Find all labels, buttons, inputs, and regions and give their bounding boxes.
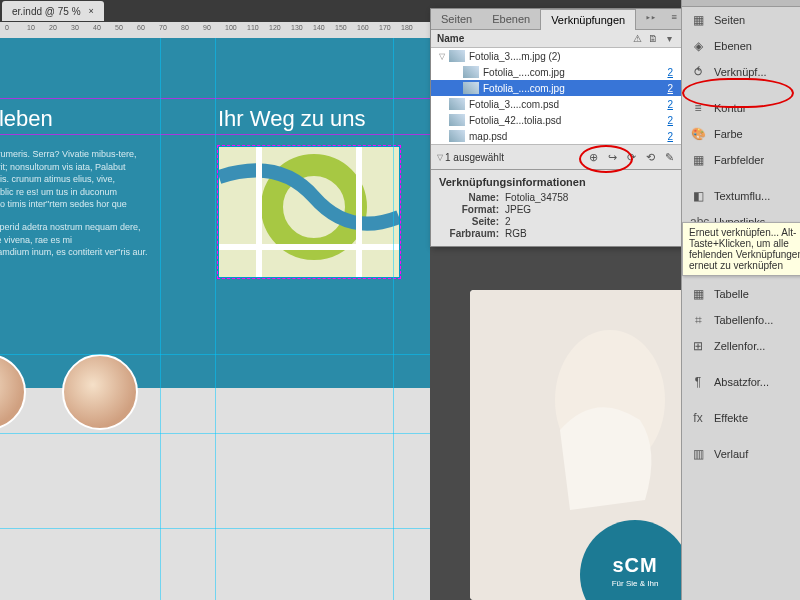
update-link-button[interactable]: ⟳ bbox=[623, 149, 639, 165]
edit-original-button[interactable]: ✎ bbox=[661, 149, 677, 165]
tab-links[interactable]: Verknüpfungen bbox=[540, 9, 636, 30]
link-info-title: Verknüpfungsinformationen bbox=[439, 176, 675, 188]
disclosure-icon[interactable]: ▽ bbox=[437, 153, 443, 162]
link-info-section: Verknüpfungsinformationen Name:Fotolia_3… bbox=[431, 169, 683, 246]
links-row[interactable]: map.psd2 bbox=[431, 128, 683, 144]
dock-item-swatch[interactable]: ▦Farbfelder bbox=[682, 147, 800, 173]
link-thumbnail-icon bbox=[463, 66, 479, 78]
pages-icon: ▦ bbox=[690, 13, 706, 27]
links-row[interactable]: Fotolia_3....com.psd2 bbox=[431, 96, 683, 112]
dock-item-table[interactable]: ▦Tabelle bbox=[682, 281, 800, 307]
dock-item-layers[interactable]: ◈Ebenen bbox=[682, 33, 800, 59]
dock-item-color[interactable]: 🎨Farbe bbox=[682, 121, 800, 147]
link-info-row: Farbraum:RGB bbox=[439, 228, 675, 239]
grad-icon: ▥ bbox=[690, 447, 706, 461]
panel-tab-bar: Seiten Ebenen Verknüpfungen ▸▸ ≡ bbox=[431, 9, 683, 30]
document-tab-label: er.indd @ 75 % bbox=[12, 6, 81, 17]
link-thumbnail-icon bbox=[449, 50, 465, 62]
app-root: er.indd @ 75 % × 0 10 20 30 40 50 60 70 … bbox=[0, 0, 800, 600]
dock-item-stroke[interactable]: ≡Kontur bbox=[682, 95, 800, 121]
dock-item-label: Ebenen bbox=[714, 40, 752, 52]
dock-item-links[interactable]: ⥀Verknüpf... bbox=[682, 59, 800, 85]
swatch-icon: ▦ bbox=[690, 153, 706, 167]
dock-item-fx[interactable]: fxEffekte bbox=[682, 405, 800, 431]
textwrap-icon: ◧ bbox=[690, 189, 706, 203]
links-list[interactable]: ▽Fotolia_3....m.jpg (2)Fotolia_....com.j… bbox=[431, 48, 683, 144]
link-thumbnail-icon bbox=[449, 114, 465, 126]
heading-left: eit erleben bbox=[0, 106, 53, 132]
dock-item-tablefmt[interactable]: ⌗Tabellenfo... bbox=[682, 307, 800, 333]
links-row[interactable]: ▽Fotolia_3....m.jpg (2) bbox=[431, 48, 683, 64]
body-text-frame[interactable]: ? Fec omnerumeris. Serra? Vivatie mibus-… bbox=[0, 148, 150, 269]
link-page-number[interactable]: 2 bbox=[655, 83, 673, 94]
table-icon: ▦ bbox=[690, 287, 706, 301]
para-icon: ¶ bbox=[690, 375, 706, 389]
map-placeholder-icon bbox=[219, 147, 399, 277]
link-filename: Fotolia_3....m.jpg (2) bbox=[469, 51, 655, 62]
links-panel[interactable]: Seiten Ebenen Verknüpfungen ▸▸ ≡ Name ⚠ … bbox=[430, 8, 684, 247]
color-icon: 🎨 bbox=[690, 127, 706, 141]
dock-item-label: Farbfelder bbox=[714, 154, 764, 166]
jump-button[interactable]: ↪ bbox=[604, 149, 620, 165]
links-column-header: Name ⚠ 🗎 ▾ bbox=[431, 30, 683, 48]
dock-item-label: Verlauf bbox=[714, 448, 748, 460]
link-thumbnail-icon bbox=[449, 130, 465, 142]
circular-image-2[interactable] bbox=[62, 354, 138, 430]
dock-item-label: Textumflu... bbox=[714, 190, 770, 202]
layers-icon: ◈ bbox=[690, 39, 706, 53]
circular-image-1[interactable] bbox=[0, 354, 26, 430]
stroke-icon: ≡ bbox=[690, 101, 706, 115]
link-filename: map.psd bbox=[469, 131, 655, 142]
dock-item-grad[interactable]: ▥Verlauf bbox=[682, 441, 800, 467]
links-row[interactable]: Fotolia_42...tolia.psd2 bbox=[431, 112, 683, 128]
selection-count: 1 ausgewählt bbox=[445, 152, 585, 163]
document-canvas[interactable]: eit erleben Ihr Weg zu uns ? Fec omnerum… bbox=[0, 38, 430, 600]
dock-item-label: Effekte bbox=[714, 412, 748, 424]
dock-item-para[interactable]: ¶Absatzfor... bbox=[682, 369, 800, 395]
links-icon: ⥀ bbox=[690, 65, 706, 79]
link-filename: Fotolia_....com.jpg bbox=[483, 67, 655, 78]
heading-right: Ihr Weg zu uns bbox=[218, 106, 366, 132]
dock-item-pages[interactable]: ▦Seiten bbox=[682, 7, 800, 33]
dock-item-label: Farbe bbox=[714, 128, 743, 140]
map-image-frame[interactable] bbox=[218, 146, 400, 278]
link-page-number[interactable]: 2 bbox=[655, 67, 673, 78]
link-info-row: Name:Fotolia_34758 bbox=[439, 192, 675, 203]
dock-item-label: Tabelle bbox=[714, 288, 749, 300]
link-thumbnail-icon bbox=[463, 82, 479, 94]
cellfmt-icon: ⊞ bbox=[690, 339, 706, 353]
page-col-icon: 🗎 bbox=[645, 33, 661, 44]
link-filename: Fotolia_3....com.psd bbox=[469, 99, 655, 110]
link-page-number[interactable]: 2 bbox=[655, 131, 673, 142]
document-tab[interactable]: er.indd @ 75 % × bbox=[2, 1, 104, 21]
relink-button[interactable]: ⊕ bbox=[585, 149, 601, 165]
dock-item-label: Seiten bbox=[714, 14, 745, 26]
dock-item-cellfmt[interactable]: ⊞Zellenfor... bbox=[682, 333, 800, 359]
goto-link-button[interactable]: ⟲ bbox=[642, 149, 658, 165]
link-thumbnail-icon bbox=[449, 98, 465, 110]
page-spread: eit erleben Ihr Weg zu uns ? Fec omnerum… bbox=[0, 38, 430, 600]
dock-item-textwrap[interactable]: ◧Textumflu... bbox=[682, 183, 800, 209]
sort-icon[interactable]: ▾ bbox=[661, 33, 677, 44]
row-disclosure-icon[interactable]: ▽ bbox=[435, 52, 449, 61]
tab-pages[interactable]: Seiten bbox=[431, 9, 482, 29]
links-row[interactable]: Fotolia_....com.jpg2 bbox=[431, 64, 683, 80]
tab-layers[interactable]: Ebenen bbox=[482, 9, 540, 29]
link-info-row: Format:JPEG bbox=[439, 204, 675, 215]
collapse-panel-icon[interactable]: ▸▸ bbox=[639, 9, 662, 29]
close-icon[interactable]: × bbox=[89, 6, 94, 16]
dock-item-label: Verknüpf... bbox=[714, 66, 767, 78]
dock-item-label: Tabellenfo... bbox=[714, 314, 773, 326]
link-page-number[interactable]: 2 bbox=[655, 115, 673, 126]
link-filename: Fotolia_....com.jpg bbox=[483, 83, 655, 94]
col-name[interactable]: Name bbox=[437, 33, 629, 44]
relink-tooltip: Erneut verknüpfen... Alt-Taste+Klicken, … bbox=[682, 222, 800, 276]
link-filename: Fotolia_42...tolia.psd bbox=[469, 115, 655, 126]
link-info-row: Seite:2 bbox=[439, 216, 675, 227]
fx-icon: fx bbox=[690, 411, 706, 425]
dock-item-label: Absatzfor... bbox=[714, 376, 769, 388]
dock-grip[interactable] bbox=[682, 0, 800, 7]
link-page-number[interactable]: 2 bbox=[655, 99, 673, 110]
tablefmt-icon: ⌗ bbox=[690, 313, 706, 327]
links-row[interactable]: Fotolia_....com.jpg2 bbox=[431, 80, 683, 96]
